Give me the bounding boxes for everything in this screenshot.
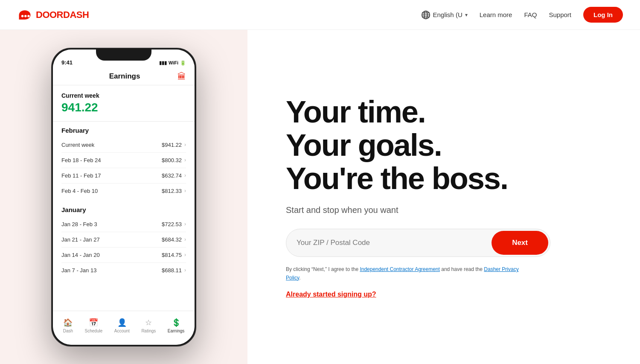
- nav-item-account[interactable]: 👤 Account: [114, 318, 130, 333]
- table-row[interactable]: Feb 11 - Feb 17 $632.74 ›: [61, 168, 186, 183]
- week-amount-row: $684.32 ›: [162, 236, 186, 243]
- learn-more-link[interactable]: Learn more: [480, 11, 512, 18]
- chevron-right-icon: ›: [184, 221, 186, 227]
- earnings-nav-icon: 💲: [172, 318, 181, 327]
- account-nav-icon: 👤: [117, 318, 127, 327]
- zip-input[interactable]: [286, 229, 490, 256]
- earnings-section: Current week 941.22: [53, 85, 195, 122]
- table-row[interactable]: Jan 14 - Jan 20 $814.75 ›: [61, 248, 186, 263]
- app-header: Earnings 🏛: [53, 68, 195, 85]
- svg-point-0: [21, 15, 23, 17]
- week-amount: $800.32: [162, 157, 182, 163]
- language-selector[interactable]: English (U ▾: [421, 10, 468, 20]
- table-row[interactable]: Jan 7 - Jan 13 $688.11 ›: [61, 263, 186, 278]
- battery-icon: 🔋: [180, 60, 186, 66]
- table-row[interactable]: Feb 18 - Feb 24 $800.32 ›: [61, 153, 186, 168]
- nav-item-label: Earnings: [168, 329, 184, 333]
- schedule-nav-icon: 📅: [89, 318, 98, 327]
- week-label: Feb 4 - Feb 10: [61, 188, 98, 194]
- phone-mockup: 9:41 ▮▮▮ WiFi 🔋 Earnings 🏛 Current week: [51, 48, 196, 347]
- chevron-right-icon: ›: [184, 142, 186, 148]
- chevron-right-icon: ›: [184, 267, 186, 273]
- chevron-right-icon: ›: [184, 188, 186, 194]
- support-link[interactable]: Support: [549, 11, 571, 18]
- week-amount: $688.11: [162, 267, 182, 274]
- table-row[interactable]: Jan 21 - Jan 27 $684.32 ›: [61, 232, 186, 248]
- week-amount-row: $814.75 ›: [162, 252, 186, 258]
- chevron-right-icon: ›: [184, 252, 186, 258]
- table-row[interactable]: Jan 28 - Feb 3 $722.53 ›: [61, 217, 186, 232]
- ratings-nav-icon: ☆: [145, 318, 152, 327]
- phone-screen: 9:41 ▮▮▮ WiFi 🔋 Earnings 🏛 Current week: [53, 50, 195, 345]
- phone-time: 9:41: [61, 59, 73, 66]
- nav-item-schedule[interactable]: 📅 Schedule: [85, 318, 103, 333]
- table-row[interactable]: Current week $941.22 ›: [61, 137, 186, 153]
- left-panel: 9:41 ▮▮▮ WiFi 🔋 Earnings 🏛 Current week: [0, 30, 247, 364]
- bottom-nav: 🏠 Dash 📅 Schedule 👤 Account ☆ Ratings: [53, 311, 195, 345]
- app-screen-title: Earnings: [109, 72, 140, 81]
- login-button[interactable]: Log In: [583, 7, 623, 23]
- february-label: February: [61, 127, 186, 134]
- nav-item-ratings[interactable]: ☆ Ratings: [141, 318, 156, 333]
- phone-status-icons: ▮▮▮ WiFi 🔋: [159, 60, 186, 66]
- chevron-right-icon: ›: [184, 172, 186, 178]
- hero-line2: Your goals.: [286, 128, 442, 162]
- week-amount: $684.32: [162, 236, 182, 243]
- nav-item-label: Schedule: [85, 329, 103, 333]
- week-amount: $812.33: [162, 188, 182, 194]
- signup-form: Next: [286, 229, 550, 257]
- legal-suffix: .: [299, 275, 300, 281]
- header: DOORDASH English (U ▾ Learn more FAQ Sup…: [0, 0, 640, 30]
- contractor-agreement-link[interactable]: Independent Contractor Agreement: [360, 266, 439, 272]
- nav-item-earnings[interactable]: 💲 Earnings: [168, 318, 184, 333]
- week-amount-row: $800.32 ›: [162, 157, 186, 163]
- dash-nav-icon: 🏠: [63, 318, 73, 327]
- globe-icon: [421, 10, 431, 20]
- february-section: February Current week $941.22 › Feb 18 -…: [53, 122, 195, 201]
- week-amount-row: $941.22 ›: [162, 142, 186, 148]
- nav-item-dash[interactable]: 🏠 Dash: [63, 318, 73, 333]
- doordash-logo-icon: [17, 9, 32, 21]
- language-label: English (U: [433, 11, 463, 18]
- hero-subtitle: Start and stop when you want: [286, 205, 606, 215]
- earnings-list: February Current week $941.22 › Feb 18 -…: [53, 122, 195, 332]
- already-started-link[interactable]: Already started signing up?: [286, 291, 606, 298]
- week-label: Jan 28 - Feb 3: [61, 221, 97, 227]
- week-amount: $941.22: [162, 142, 182, 148]
- week-label: Jan 14 - Jan 20: [61, 252, 100, 258]
- logo-area: DOORDASH: [17, 9, 89, 21]
- week-amount: $632.74: [162, 172, 182, 179]
- legal-text: By clicking “Next,” I agree to the Indep…: [286, 265, 533, 282]
- nav-area: English (U ▾ Learn more FAQ Support Log …: [421, 7, 623, 23]
- svg-point-2: [27, 15, 29, 17]
- chevron-down-icon: ▾: [465, 12, 468, 18]
- hero-line1: Your time.: [286, 95, 425, 129]
- legal-prefix: By clicking “Next,” I agree to the: [286, 266, 360, 272]
- week-amount: $722.53: [162, 221, 182, 227]
- week-amount-row: $812.33 ›: [162, 188, 186, 194]
- table-row[interactable]: Feb 4 - Feb 10 $812.33 ›: [61, 183, 186, 198]
- hero-line3: You're the boss.: [286, 161, 508, 195]
- faq-link[interactable]: FAQ: [524, 11, 537, 18]
- svg-point-1: [24, 15, 26, 17]
- bank-icon[interactable]: 🏛: [177, 72, 186, 82]
- logo-text: DOORDASH: [36, 9, 89, 20]
- week-amount-row: $688.11 ›: [162, 267, 186, 274]
- chevron-right-icon: ›: [184, 157, 186, 163]
- nav-item-label: Account: [114, 329, 130, 333]
- legal-middle: and have read the: [440, 266, 484, 272]
- january-section: January Jan 28 - Feb 3 $722.53 › Jan 21 …: [53, 201, 195, 280]
- hero-heading: Your time. Your goals. You're the boss.: [286, 96, 606, 195]
- week-label: Feb 18 - Feb 24: [61, 157, 101, 163]
- week-amount-row: $632.74 ›: [162, 172, 186, 179]
- week-amount: $814.75: [162, 252, 182, 258]
- right-panel: Your time. Your goals. You're the boss. …: [247, 30, 640, 364]
- next-button[interactable]: Next: [492, 231, 548, 255]
- week-label: Feb 11 - Feb 17: [61, 172, 101, 179]
- wifi-icon: WiFi: [169, 60, 178, 65]
- january-label: January: [61, 206, 186, 213]
- chevron-right-icon: ›: [184, 236, 186, 242]
- nav-item-label: Ratings: [141, 329, 156, 333]
- week-amount-row: $722.53 ›: [162, 221, 186, 227]
- current-week-amount: 941.22: [61, 101, 186, 114]
